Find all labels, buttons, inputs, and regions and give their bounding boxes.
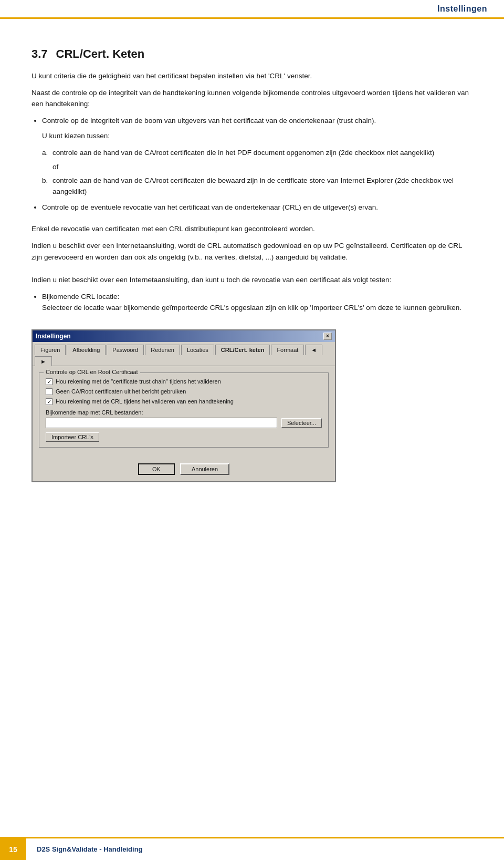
sub-item-b: b. controle aan de hand van de CA/root c… (42, 175, 472, 198)
checkbox-3-label: Hou rekening met de CRL tijdens het vali… (56, 398, 234, 405)
dialog-close-button[interactable]: × (323, 333, 332, 340)
tab-paswoord[interactable]: Paswoord (107, 345, 144, 355)
bullet-item-2: Controle op de eventuele revocatie van h… (42, 202, 472, 213)
sub-item-a-label: a. (42, 147, 49, 159)
folder-input[interactable] (46, 418, 277, 428)
checkbox-3[interactable] (46, 398, 52, 405)
dialog-content: Controle op CRL en Root Certificaat Hou … (33, 366, 335, 459)
dialog-box: Instellingen × Figuren Afbeelding Paswoo… (32, 329, 336, 482)
main-content: 3.7 CRL/Cert. Keten U kunt criteria die … (0, 32, 504, 530)
checkbox-row-1: Hou rekening met de "certificate trust c… (46, 378, 322, 385)
dialog-group-title: Controle op CRL en Root Certificaat (44, 369, 140, 375)
sub-item-a: a. controle aan de hand van de CA/root c… (42, 147, 472, 159)
page-number: 15 (0, 838, 26, 861)
folder-input-row: Selecteer... (46, 418, 322, 428)
paragraph-3: Enkel de revocatie van certificaten met … (32, 223, 472, 235)
bullet-item-3-title: Bijkomende CRL locatie: (42, 293, 119, 301)
footer-text: D2S Sign&Validate - Handleiding (26, 845, 143, 853)
section-title: CRL/Cert. Keten (56, 47, 145, 61)
tab-crl-cert-keten[interactable]: CRL/Cert. keten (215, 345, 270, 355)
tab-formaat[interactable]: Formaat (271, 345, 304, 355)
tab-prev[interactable]: ◄ (305, 345, 322, 355)
cancel-button[interactable]: Annuleren (180, 463, 229, 475)
page-footer: 15 D2S Sign&Validate - Handleiding (0, 837, 504, 860)
ok-button[interactable]: OK (138, 463, 175, 475)
checkbox-row-2: Geen CA/Root certificaten uit het berich… (46, 388, 322, 395)
dialog-footer: OK Annuleren (33, 459, 335, 481)
tab-redenen[interactable]: Redenen (145, 345, 180, 355)
sub-intro: U kunt kiezen tussen: (42, 130, 472, 142)
dialog-titlebar: Instellingen × (33, 330, 335, 342)
bullet-item-3: Bijkomende CRL locatie: Selecteer de loc… (42, 291, 472, 314)
header-title: Instellingen (437, 4, 487, 14)
folder-label: Bijkomende map met CRL bestanden: (46, 409, 322, 416)
paragraph-4: Indien u beschikt over een Internetaansl… (32, 240, 472, 263)
dialog-group-crl: Controle op CRL en Root Certificaat Hou … (39, 372, 329, 448)
checkbox-2-label: Geen CA/Root certificaten uit het berich… (56, 388, 186, 395)
bullet-list-1: Controle op de integriteit van de boom v… (42, 115, 472, 127)
header-bar: Instellingen (0, 0, 504, 19)
checkbox-1[interactable] (46, 378, 52, 385)
bullet-list-3: Bijkomende CRL locatie: Selecteer de loc… (42, 291, 472, 314)
checkbox-1-label: Hou rekening met de "certificate trust c… (56, 378, 221, 385)
import-row: Importeer CRL's (46, 432, 322, 442)
sub-item-b-text: controle aan de hand van de CA/root cert… (52, 175, 472, 198)
section-heading: 3.7 CRL/Cert. Keten (32, 47, 472, 61)
bullet-list-2: Controle op de eventuele revocatie van h… (42, 202, 472, 213)
tab-locaties[interactable]: Locaties (181, 345, 214, 355)
bullet-item-1: Controle op de integriteit van de boom v… (42, 115, 472, 127)
sub-item-b-label: b. (42, 175, 49, 198)
tab-figuren[interactable]: Figuren (35, 345, 66, 355)
tab-next[interactable]: ► (35, 356, 52, 366)
checkbox-row-3: Hou rekening met de CRL tijdens het vali… (46, 398, 322, 405)
tab-afbeelding[interactable]: Afbeelding (67, 345, 106, 355)
dialog-title: Instellingen (36, 333, 71, 340)
import-crl-button[interactable]: Importeer CRL's (46, 432, 99, 442)
paragraph-1: U kunt criteria die de geldigheid van he… (32, 70, 472, 82)
section-number: 3.7 (32, 47, 48, 61)
sub-item-a-text: controle aan de hand van de CA/root cert… (52, 147, 434, 159)
dialog-wrapper: Instellingen × Figuren Afbeelding Paswoo… (32, 329, 472, 482)
dialog-tabs: Figuren Afbeelding Paswoord Redenen Loca… (33, 342, 335, 366)
bullet-item-3-detail: Selecteer de locatie waar bijkomende geï… (42, 304, 461, 312)
of-text: of (52, 163, 472, 171)
select-button[interactable]: Selecteer... (281, 418, 322, 428)
checkbox-2[interactable] (46, 388, 52, 395)
paragraph-2: Naast de controle op de integriteit van … (32, 87, 472, 110)
paragraph-5: Indien u niet beschikt over een Internet… (32, 274, 472, 286)
